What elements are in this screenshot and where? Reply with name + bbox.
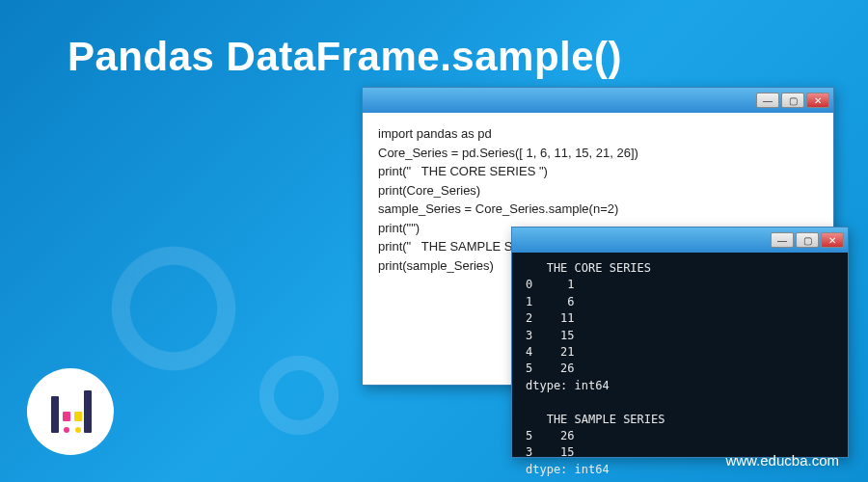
logo-bars-icon (47, 388, 94, 435)
maximize-button[interactable]: ▢ (796, 232, 819, 248)
close-button[interactable]: ✕ (821, 232, 844, 248)
page-title: Pandas DataFrame.sample() (68, 34, 622, 80)
website-url: www.educba.com (725, 452, 839, 469)
maximize-button[interactable]: ▢ (781, 93, 804, 108)
educba-logo (27, 368, 114, 455)
console-window: — ▢ ✕ THE CORE SERIES 0 1 1 6 2 11 3 15 … (511, 227, 849, 458)
console-output: THE CORE SERIES 0 1 1 6 2 11 3 15 4 21 5… (512, 253, 848, 457)
close-button[interactable]: ✕ (806, 93, 829, 108)
console-titlebar: — ▢ ✕ (512, 228, 848, 253)
minimize-button[interactable]: — (756, 93, 779, 108)
gear-decoration-1 (87, 222, 260, 395)
gear-decoration-2 (241, 337, 357, 453)
minimize-button[interactable]: — (771, 232, 794, 248)
editor-titlebar: — ▢ ✕ (363, 88, 833, 113)
